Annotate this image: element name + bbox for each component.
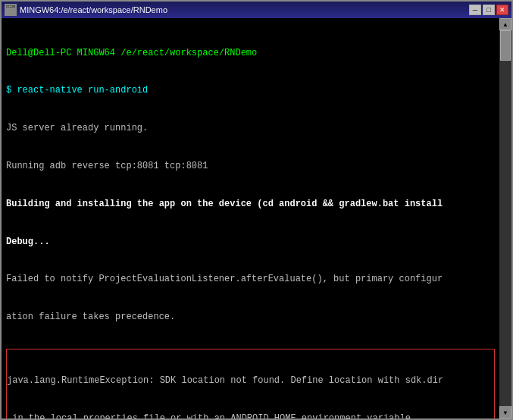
terminal-line: JS server already running. [6,122,495,134]
terminal-line: ation failure takes precedence. [6,311,495,323]
terminal-line: Running adb reverse tcp:8081 tcp:8081 [6,160,495,172]
terminal-line: in the local.properties file or with an … [7,412,494,418]
scroll-up-arrow[interactable]: ▲ [499,18,511,30]
minimize-button[interactable]: ─ [469,5,481,15]
scrollbar-track[interactable] [499,30,511,406]
terminal-output[interactable]: Dell@Dell-PC MINGW64 /e/react/workspace/… [2,18,499,418]
terminal-line: java.lang.RuntimeException: SDK location… [7,375,494,387]
maximize-button[interactable]: □ [483,5,495,15]
terminal-line: Failed to notify ProjectEvaluationListen… [6,273,495,285]
terminal-line: Dell@Dell-PC MINGW64 /e/react/workspace/… [6,47,495,59]
terminal-window: MINGW64:/e/react/workspace/RNDemo ─ □ ✕ … [0,0,513,420]
terminal-container: Dell@Dell-PC MINGW64 /e/react/workspace/… [2,18,511,418]
titlebar-buttons: ─ □ ✕ [469,5,508,15]
terminal-line: Debug... [6,236,495,248]
svg-point-3 [9,6,11,8]
svg-point-2 [7,6,8,8]
scrollbar-thumb[interactable] [500,30,511,61]
terminal-icon [5,4,17,16]
terminal-line: Building and installing the app on the d… [6,198,495,210]
terminal-line: $ react-native run-android [6,84,495,96]
scroll-down-arrow[interactable]: ▼ [499,406,511,418]
error-block: java.lang.RuntimeException: SDK location… [6,349,495,418]
titlebar-left: MINGW64:/e/react/workspace/RNDemo [5,4,167,16]
window-title: MINGW64:/e/react/workspace/RNDemo [20,5,167,14]
scrollbar[interactable]: ▲ ▼ [499,18,511,418]
svg-point-4 [11,6,12,8]
titlebar: MINGW64:/e/react/workspace/RNDemo ─ □ ✕ [2,2,511,18]
close-button[interactable]: ✕ [496,5,508,15]
